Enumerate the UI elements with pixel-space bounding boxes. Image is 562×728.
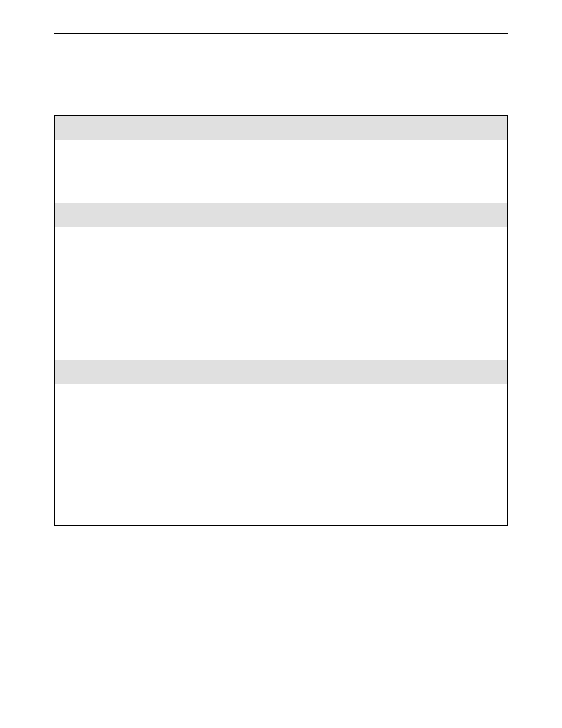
section-band	[55, 203, 507, 227]
bottom-rule	[54, 684, 508, 684]
section-body	[55, 227, 507, 360]
top-rule	[54, 33, 508, 34]
section-body	[55, 140, 507, 203]
bordered-box	[54, 115, 508, 526]
content-area	[54, 115, 508, 526]
section-band	[55, 116, 507, 140]
section-band	[55, 360, 507, 384]
section-body	[55, 384, 507, 525]
